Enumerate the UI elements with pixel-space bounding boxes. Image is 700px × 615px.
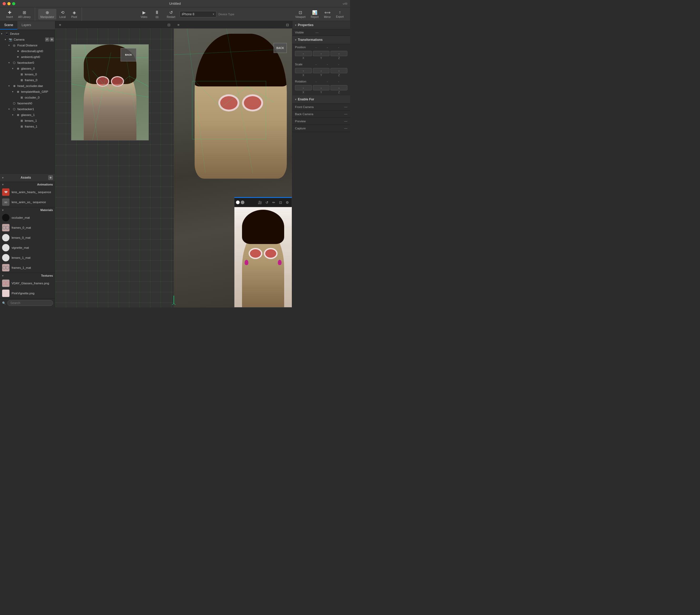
svg-line-16 xyxy=(172,304,174,305)
vp-menu-icon[interactable]: ≡ xyxy=(58,22,63,27)
back-camera-toggle[interactable]: — xyxy=(344,112,347,116)
close-button[interactable] xyxy=(3,2,6,5)
mirror-button[interactable]: ⟺ Mirror xyxy=(322,9,333,20)
tree-item-occluder0[interactable]: ▾ ⊞ occluder_0 xyxy=(0,95,55,100)
tree-item-lenses1[interactable]: ▾ ⊞ lenses_1 xyxy=(0,118,55,124)
vp-menu2-icon[interactable]: ≡ xyxy=(176,22,181,27)
tree-item-amblight[interactable]: ▾ ☀ ambientLight0 xyxy=(0,54,55,60)
restart-button[interactable]: ↺ Restart xyxy=(165,9,177,20)
properties-header[interactable]: ▾ Properties xyxy=(292,21,350,29)
video-button[interactable]: ▶ Video xyxy=(138,9,149,20)
mesh-icon: ⊞ xyxy=(20,72,24,76)
tree-item-device[interactable]: ▾ 📱 Device xyxy=(0,31,55,37)
materials-header[interactable]: ▾ Materials xyxy=(0,207,55,213)
facetracker-icon: ⬡ xyxy=(12,107,16,111)
manipulator-button[interactable]: ⊕ Manipulator xyxy=(38,9,56,20)
preview-icon-1[interactable]: 🎥 xyxy=(257,199,263,205)
preview-dot-gray[interactable] xyxy=(241,200,245,204)
tree-item-occluder[interactable]: ▾ ⊕ head_occluder.dae xyxy=(0,83,55,89)
position-x-input[interactable] xyxy=(295,51,312,56)
export-icon: ↑ xyxy=(339,10,341,15)
scale-z-display: - xyxy=(338,63,347,66)
toolbar-right-group: ⊡ Viewport 📊 Report ⟺ Mirror ↑ Export xyxy=(291,8,348,21)
scale-z-input[interactable] xyxy=(330,68,347,73)
asset-item-vignette-mat[interactable]: vignette_mat xyxy=(0,243,55,253)
video-label: Video xyxy=(141,15,147,19)
export-button[interactable]: ↑ Export xyxy=(334,9,346,19)
asset-item-lenses1-mat[interactable]: lenses_1_mat xyxy=(0,253,55,263)
chevron-down-icon: ▾ xyxy=(213,13,214,15)
textures-header[interactable]: ▾ Textures xyxy=(0,273,55,278)
asset-item-xo[interactable]: xo lens_anim_xo_ sequence xyxy=(0,197,55,207)
front-camera-label: Front Camera xyxy=(295,106,344,109)
local-button[interactable]: ⟲ Local xyxy=(58,9,68,20)
preview-icon-3[interactable]: ✏ xyxy=(271,199,276,205)
transformations-header[interactable]: ▾ Transformations xyxy=(292,36,350,44)
tab-layers[interactable]: Layers xyxy=(17,21,35,29)
scale-row: Scale - - - xyxy=(292,61,350,67)
asset-item-frames-texture[interactable]: VDAY_Glasses_frames.png xyxy=(0,278,55,288)
scale-x-input[interactable] xyxy=(295,68,312,73)
tab-scene[interactable]: Scene xyxy=(0,21,17,29)
preview-toggle[interactable]: — xyxy=(344,119,347,123)
preview-icon-2[interactable]: ↺ xyxy=(264,199,270,205)
search-input[interactable] xyxy=(8,300,53,306)
tree-item-camera[interactable]: ▾ 📷 Camera F B xyxy=(0,37,55,42)
vp-frame-icon[interactable]: ⊡ xyxy=(166,22,172,27)
animations-header[interactable]: ▾ Animations xyxy=(0,182,55,187)
tree-item-glasses1[interactable]: ▾ ⊕ glasses_1 xyxy=(0,112,55,118)
svg-point-3 xyxy=(6,266,9,269)
asset-item-frames0-mat[interactable]: frames_0_mat xyxy=(0,223,55,233)
minimize-button[interactable] xyxy=(8,2,11,5)
scene-photo-left xyxy=(71,44,149,140)
front-camera-toggle[interactable]: — xyxy=(344,105,347,109)
left-panel: Scene Layers ▾ 📱 Device ▾ 📷 Camera F B xyxy=(0,21,55,308)
preview-icon-5[interactable]: ⚙ xyxy=(285,199,290,205)
viewport-button[interactable]: ⊡ Viewport xyxy=(293,9,308,20)
tree-label: facemesh0 xyxy=(17,102,54,105)
enable-for-header[interactable]: ▾ Enable For xyxy=(292,95,350,103)
tree-item-glasses0[interactable]: ▾ ⊕ glasses_0 xyxy=(0,65,55,71)
position-row: Position - - - xyxy=(292,44,350,50)
pause-button[interactable]: ⏸ 00 xyxy=(151,9,162,20)
position-z-input[interactable] xyxy=(330,51,347,56)
ar-library-button[interactable]: ⊞ AR Library xyxy=(16,9,33,20)
assets-header[interactable]: ▾ Assets + xyxy=(0,173,55,182)
asset-item-occluder-mat[interactable]: occluder_mat xyxy=(0,213,55,223)
tree-item-templatemask[interactable]: ▾ ⊕ templateMask_GRP xyxy=(0,89,55,95)
insert-button[interactable]: ✚ Insert xyxy=(4,9,15,20)
local-label: Local xyxy=(60,15,66,19)
preview-icon-4[interactable]: ⊡ xyxy=(278,199,283,205)
add-asset-button[interactable]: + xyxy=(48,175,53,180)
capture-toggle[interactable]: — xyxy=(344,126,347,130)
scale-y-input[interactable] xyxy=(313,68,330,73)
pivot-button[interactable]: ◈ Pivot xyxy=(69,9,79,20)
report-button[interactable]: 📊 Report xyxy=(309,9,321,20)
tree-item-frames1[interactable]: ▾ ⊞ frames_1 xyxy=(0,124,55,130)
rotation-y-input[interactable] xyxy=(313,85,330,90)
tree-item-focal[interactable]: ▾ ◎ Focal Distance xyxy=(0,42,55,48)
device-selector[interactable]: iPhone 8 ▾ xyxy=(179,11,216,17)
vignette-mat-thumb xyxy=(2,244,10,251)
tree-label: Focal Distance xyxy=(17,44,54,47)
tree-item-dirlight[interactable]: ▾ ✦ directionalLight0 xyxy=(0,48,55,54)
tree-arrow: ▾ xyxy=(9,44,12,47)
tree-item-lenses0[interactable]: ▾ ⊞ lenses_0 xyxy=(0,71,55,77)
rotation-z-input[interactable] xyxy=(330,85,347,90)
rotation-z-display: - xyxy=(338,80,347,83)
rotation-x-input[interactable] xyxy=(295,85,312,90)
tree-item-facetracker1[interactable]: ▾ ⬡ facetracker1 xyxy=(0,106,55,112)
asset-item-hearts[interactable]: ❤ lens_anim_hearts_ sequence xyxy=(0,187,55,197)
tree-item-facemesh0[interactable]: ▾ ⬡ facemesh0 xyxy=(0,100,55,106)
maximize-button[interactable] xyxy=(12,2,15,5)
asset-item-vignette-texture[interactable]: PinkVignette.png xyxy=(0,288,55,298)
asset-item-lenses0-mat[interactable]: lenses_0_mat xyxy=(0,233,55,243)
video-icon: ▶ xyxy=(142,10,146,15)
position-y-input[interactable] xyxy=(313,51,330,56)
lenses0-mat-thumb xyxy=(2,234,10,241)
asset-item-frames1-mat[interactable]: frames_1_mat xyxy=(0,263,55,273)
tree-item-frames0[interactable]: ▾ ⊞ frames_0 xyxy=(0,77,55,83)
preview-dot-white[interactable] xyxy=(236,200,240,204)
vp-frame2-icon[interactable]: ⊡ xyxy=(285,22,290,27)
tree-item-facetracker0[interactable]: ▾ ⬡ facetracker0 xyxy=(0,60,55,65)
